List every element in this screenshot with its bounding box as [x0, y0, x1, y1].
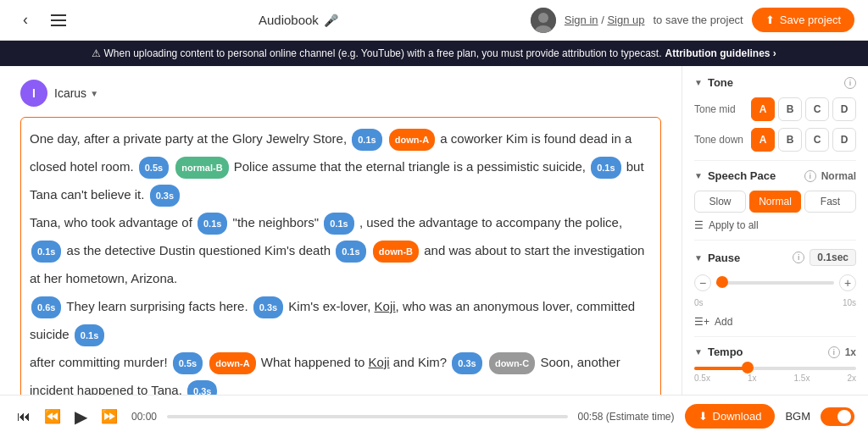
banner-text: ⚠ When uploading content to personal onl…: [92, 47, 661, 59]
tone-mid-A[interactable]: A: [751, 97, 775, 121]
badge-time[interactable]: 0.1s: [198, 213, 227, 235]
mic-icon: 🎤: [324, 14, 338, 27]
tone-mid-group: A B C D: [751, 97, 856, 121]
badge-time[interactable]: 0.1s: [336, 241, 365, 263]
save-icon: ⬆: [765, 14, 775, 26]
save-project-button[interactable]: ⬆ Save project: [752, 8, 854, 32]
signin-link[interactable]: Sign in / Sign up: [565, 14, 645, 26]
skip-to-start-button[interactable]: ⏮: [14, 406, 34, 428]
tone-collapse-icon: ▼: [694, 78, 703, 87]
tone-mid-row: Tone mid A B C D: [694, 97, 856, 121]
download-button[interactable]: ⬇ Download: [685, 404, 776, 429]
tempo-collapse-icon: ▼: [694, 347, 703, 357]
svg-point-1: [538, 13, 548, 23]
text-editor[interactable]: One day, after a private party at the Gl…: [20, 117, 661, 395]
editor-area: I Icarus ▼ One day, after a private part…: [0, 66, 682, 395]
badge-time[interactable]: 0.1s: [324, 213, 353, 235]
tempo-slider-wrap: 0.5x 1x 1.5x 2x: [694, 367, 856, 383]
author-avatar: I: [20, 80, 47, 107]
tone-down-row: Tone down A B C D: [694, 128, 856, 152]
time-start: 00:00: [131, 411, 157, 423]
pause-value: 0.1sec: [810, 249, 856, 266]
apply-icon: ☰: [694, 219, 704, 231]
tempo-labels: 0.5x 1x 1.5x 2x: [694, 373, 856, 383]
pace-info-icon[interactable]: i: [804, 170, 816, 182]
player-bar: ⏮ ⏪ ▶ ⏩ 00:00 00:58 (Estimate time) ⬇ Do…: [0, 395, 868, 437]
pace-collapse-icon: ▼: [694, 171, 703, 180]
badge-time[interactable]: 0.1s: [75, 324, 104, 346]
pause-add-button[interactable]: ☰+ Add: [694, 316, 856, 328]
speech-pace-section-header[interactable]: ▼ Speech Pace i Normal: [694, 169, 856, 182]
tone-info-icon[interactable]: i: [844, 77, 856, 89]
pause-collapse-icon: ▼: [694, 253, 703, 263]
author-selector[interactable]: Icarus ▼: [54, 86, 98, 100]
download-icon: ⬇: [698, 410, 708, 423]
attribution-banner: ⚠ When uploading content to personal onl…: [0, 41, 868, 66]
play-button[interactable]: ▶: [71, 403, 91, 430]
badge-time[interactable]: 0.1s: [591, 157, 620, 179]
right-panel: ▼ Tone i Tone mid A B C D Tone down A B …: [682, 66, 868, 395]
tone-mid-C[interactable]: C: [805, 97, 829, 121]
badge-time[interactable]: 0.3s: [187, 380, 217, 395]
add-list-icon: ☰+: [694, 316, 709, 328]
pause-slider-wrap: − +: [694, 274, 856, 291]
badge-time[interactable]: 0.3s: [452, 352, 481, 374]
tempo-info-icon[interactable]: i: [828, 346, 840, 358]
badge-style[interactable]: normal-B: [175, 157, 228, 179]
koji-text2: Koji: [369, 355, 390, 369]
pause-decrease-btn[interactable]: −: [694, 274, 711, 291]
pause-slider[interactable]: [716, 281, 834, 285]
badge-style2[interactable]: down-C: [489, 352, 535, 374]
tone-mid-D[interactable]: D: [832, 97, 856, 121]
rewind-button[interactable]: ⏪: [41, 405, 64, 428]
badge-tone[interactable]: down-B: [373, 241, 419, 263]
badge-tone[interactable]: down-A: [209, 352, 255, 374]
badge-tone[interactable]: down-A: [389, 129, 435, 151]
pace-fast-btn[interactable]: Fast: [804, 191, 856, 213]
badge-time[interactable]: 0.3s: [150, 185, 180, 207]
project-title: Audiobook: [259, 13, 319, 27]
apply-to-all-button[interactable]: ☰ Apply to all: [694, 219, 856, 231]
author-chevron-icon: ▼: [90, 89, 98, 98]
bgm-label: BGM: [785, 410, 810, 423]
koji-text: Koji: [375, 299, 396, 313]
pace-slow-btn[interactable]: Slow: [694, 191, 746, 213]
progress-bar[interactable]: [167, 415, 567, 418]
badge-time[interactable]: 0.5s: [173, 352, 203, 374]
badge-time[interactable]: 0.6s: [31, 296, 61, 318]
tone-down-B[interactable]: B: [778, 128, 802, 152]
tempo-slider[interactable]: [694, 367, 856, 370]
author-row: I Icarus ▼: [20, 80, 661, 107]
badge-time[interactable]: 0.1s: [352, 129, 381, 151]
tone-section-header[interactable]: ▼ Tone i: [694, 76, 856, 89]
badge-time[interactable]: 0.3s: [253, 296, 283, 318]
tone-down-C[interactable]: C: [805, 128, 829, 152]
tone-down-D[interactable]: D: [832, 128, 856, 152]
tone-mid-B[interactable]: B: [778, 97, 802, 121]
pause-slider-labels: 0s 10s: [694, 298, 856, 307]
player-controls: ⏮ ⏪ ▶ ⏩: [14, 403, 121, 430]
bgm-toggle[interactable]: [821, 407, 854, 426]
badge-time[interactable]: 0.1s: [31, 241, 61, 263]
pace-normal-btn[interactable]: Normal: [749, 191, 801, 213]
save-project-label: to save the project: [654, 14, 743, 26]
pace-button-group: Slow Normal Fast: [694, 191, 856, 213]
tempo-section-header[interactable]: ▼ Tempo i 1x: [694, 346, 856, 358]
menu-button[interactable]: [51, 14, 66, 26]
time-end: 00:58 (Estimate time): [578, 411, 675, 423]
pause-info-icon[interactable]: i: [793, 252, 804, 263]
attribution-link[interactable]: Attribution guidelines ›: [665, 47, 776, 59]
tone-down-group: A B C D: [751, 128, 856, 152]
back-button[interactable]: ‹: [14, 8, 37, 32]
pause-section-header[interactable]: ▼ Pause i 0.1sec: [694, 249, 856, 266]
badge-time[interactable]: 0.5s: [139, 157, 169, 179]
avatar[interactable]: [531, 8, 556, 33]
pause-increase-btn[interactable]: +: [839, 274, 856, 291]
fast-forward-button[interactable]: ⏩: [97, 405, 121, 428]
tone-down-A[interactable]: A: [751, 128, 775, 152]
